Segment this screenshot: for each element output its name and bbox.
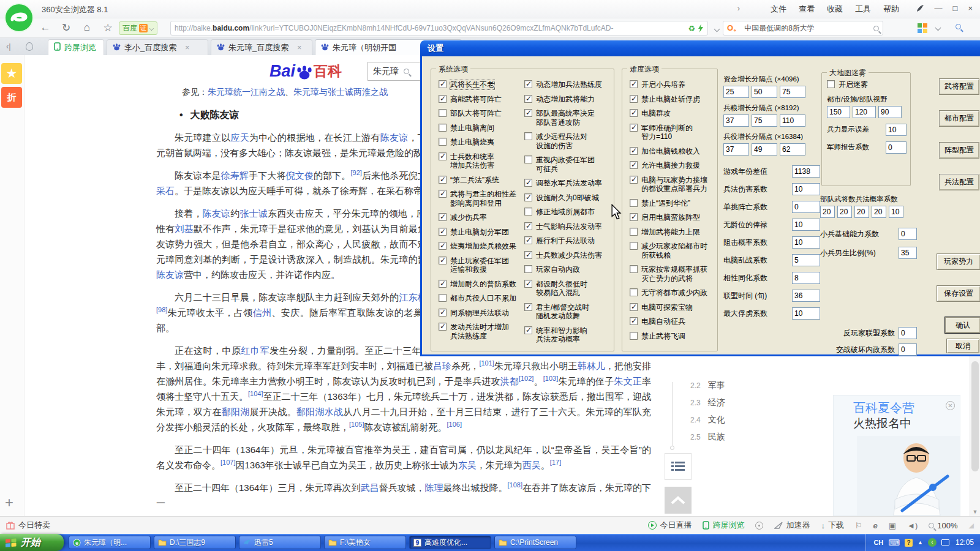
toc-toggle-button[interactable] xyxy=(665,453,692,480)
ad-close-icon[interactable]: ✕ xyxy=(946,401,955,410)
article-link[interactable]: 东吴 xyxy=(458,460,477,470)
save-settings-button[interactable]: 保存设置 xyxy=(937,285,980,302)
article-link[interactable]: 朱文正 xyxy=(614,376,642,386)
checkbox[interactable] xyxy=(439,80,447,88)
toc-item[interactable]: 2.2军事 xyxy=(690,380,725,392)
reference-link[interactable]: [101] xyxy=(479,359,494,367)
checkbox[interactable] xyxy=(439,124,447,132)
checkbox[interactable] xyxy=(524,208,532,216)
apps-grid-icon[interactable] xyxy=(918,23,927,33)
text-input[interactable] xyxy=(792,272,820,284)
checkbox[interactable] xyxy=(524,326,532,334)
text-input[interactable] xyxy=(792,183,820,195)
checkbox[interactable] xyxy=(630,176,638,184)
article-link[interactable]: 刘基 xyxy=(175,223,194,234)
checkbox[interactable] xyxy=(630,213,638,221)
reference-link[interactable]: [107] xyxy=(221,459,235,466)
text-input[interactable] xyxy=(889,206,903,218)
article-link[interactable]: 张士诚 xyxy=(239,208,268,219)
text-input[interactable] xyxy=(752,143,777,156)
text-input[interactable] xyxy=(792,201,820,213)
reference-link[interactable]: [98] xyxy=(156,306,167,313)
article-link[interactable]: 倪文俊 xyxy=(286,170,314,181)
text-input[interactable] xyxy=(723,86,749,98)
checkbox[interactable] xyxy=(439,280,447,288)
checkbox[interactable] xyxy=(439,95,447,103)
formation-config-button[interactable]: 阵型配置 xyxy=(939,142,979,159)
article-link[interactable]: 韩林儿 xyxy=(578,361,605,371)
text-input[interactable] xyxy=(723,114,749,127)
article-link[interactable]: 采石 xyxy=(156,186,175,196)
checkbox[interactable] xyxy=(630,161,638,169)
favorites-star-button[interactable]: ★ xyxy=(1,63,22,84)
toc-item[interactable]: 2.3经济 xyxy=(690,397,725,409)
scroll-thumb[interactable] xyxy=(971,361,979,471)
baidu-cert-badge[interactable]: 百度 证 xyxy=(119,21,157,35)
checkbox[interactable] xyxy=(524,109,532,117)
article-link[interactable]: 陈友谅 xyxy=(203,208,231,219)
text-input[interactable] xyxy=(899,228,917,240)
checkbox[interactable] xyxy=(439,109,447,117)
address-bar[interactable]: http://baike.baidu.com/link?url=YTCUBOJ0… xyxy=(170,21,708,36)
text-input[interactable] xyxy=(792,236,820,249)
home-icon[interactable]: ⌂ xyxy=(80,21,94,34)
tab-2[interactable]: 李小_百度搜索× xyxy=(107,39,208,55)
tray-collapse-icon[interactable]: ▲ xyxy=(918,539,923,545)
apps-dropdown-icon[interactable] xyxy=(935,25,941,31)
article-link[interactable]: 陈友谅 xyxy=(380,132,409,143)
reference-link[interactable]: [17] xyxy=(550,459,561,466)
menu-expand-icon[interactable]: › xyxy=(737,4,740,13)
checkbox[interactable] xyxy=(630,303,638,311)
checkbox[interactable] xyxy=(630,124,638,132)
task-button[interactable]: F:\美艳女 xyxy=(324,536,406,549)
text-input[interactable] xyxy=(854,206,869,218)
quill-icon[interactable] xyxy=(916,4,924,13)
checkbox[interactable] xyxy=(524,193,532,201)
speed-bolt-icon[interactable] xyxy=(698,24,704,32)
article-link[interactable]: 武昌 xyxy=(360,482,379,493)
text-input[interactable] xyxy=(792,307,820,320)
ad-banner[interactable]: 百科夏令营 ✕ 火热报名中 xyxy=(833,395,960,516)
confirm-button[interactable]: 确认 xyxy=(945,317,980,333)
reader-mode-icon[interactable]: ♻ xyxy=(688,24,695,33)
checkbox[interactable] xyxy=(439,190,447,198)
maximize-button[interactable]: □ xyxy=(953,2,958,15)
checkbox[interactable] xyxy=(630,199,638,207)
keyboard-icon[interactable]: ⌨ xyxy=(888,538,900,547)
toc-item[interactable]: 2.5民族 xyxy=(690,431,725,443)
help-tray-icon[interactable]: ? xyxy=(905,539,913,547)
text-input[interactable] xyxy=(878,106,902,118)
tab-collapse-icon[interactable]: ‹| xyxy=(6,42,11,51)
checkbox[interactable] xyxy=(439,294,447,302)
task-button[interactable]: e朱元璋（明... xyxy=(69,536,151,549)
booster-button[interactable]: 加速器 xyxy=(774,520,810,531)
checkbox[interactable] xyxy=(630,332,638,340)
text-input[interactable] xyxy=(899,247,917,259)
cross-screen-button[interactable]: 跨屏浏览 xyxy=(703,520,744,531)
checkbox[interactable] xyxy=(524,251,532,259)
article-link[interactable]: 信州 xyxy=(253,307,272,318)
checkbox[interactable] xyxy=(524,265,532,273)
task-button[interactable]: C:\PrintScreen xyxy=(494,536,576,549)
text-input[interactable] xyxy=(853,106,876,118)
green-tray-icon[interactable]: ‹ xyxy=(928,538,937,547)
menu-item[interactable]: 帮助 xyxy=(883,4,899,15)
text-input[interactable] xyxy=(899,343,917,356)
text-input[interactable] xyxy=(752,114,777,127)
checkbox[interactable] xyxy=(439,323,447,331)
article-link[interactable]: 陈友谅 xyxy=(156,269,184,280)
windows-icon[interactable]: ▣ xyxy=(889,521,896,530)
menu-item[interactable]: 查看 xyxy=(799,4,815,15)
text-input[interactable] xyxy=(792,254,820,266)
text-input[interactable] xyxy=(872,206,886,218)
fold-deals-button[interactable]: 折 xyxy=(1,87,22,108)
checkbox[interactable] xyxy=(630,228,638,236)
new-tab-button[interactable]: + xyxy=(5,494,13,511)
checkbox[interactable] xyxy=(524,280,532,288)
article-link[interactable]: 鄱阳湖 xyxy=(222,407,250,417)
checkbox[interactable] xyxy=(630,147,638,155)
text-input[interactable] xyxy=(752,86,777,98)
baike-search-icon[interactable] xyxy=(404,69,409,74)
search-bar[interactable]: O。 中国最低调的8所大学 xyxy=(723,21,883,36)
checkbox[interactable] xyxy=(827,80,835,88)
